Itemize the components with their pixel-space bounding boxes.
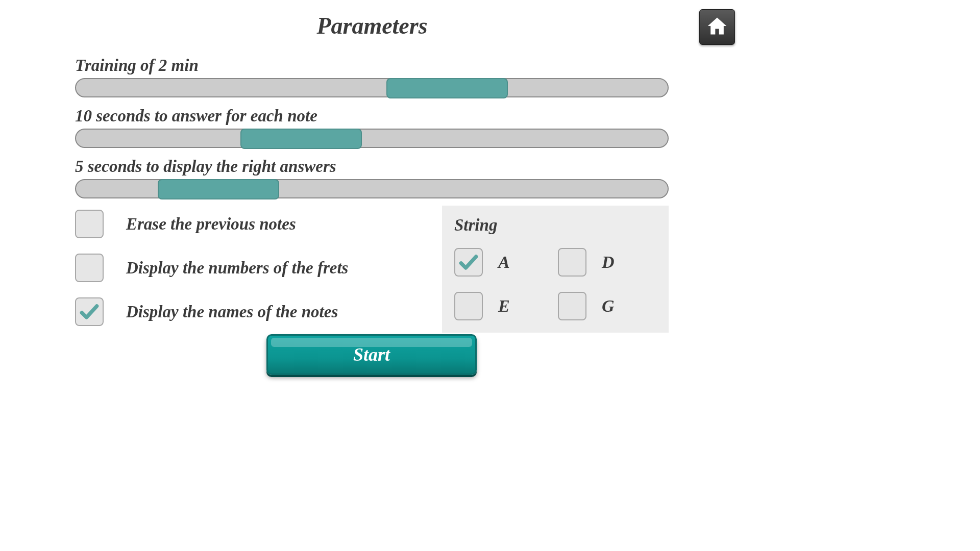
string-label: D [602,253,615,272]
string-label: A [498,253,510,272]
string-grid: A D E [454,248,656,320]
slider-thumb-training[interactable] [386,78,508,98]
string-option-d: D [558,248,656,277]
option-label: Erase the previous notes [126,215,296,234]
option-display-names: Display the names of the notes [75,297,430,326]
options-row: Erase the previous notes Display the num… [75,206,669,333]
checkbox-string-d[interactable] [558,248,586,277]
slider-thumb-display[interactable] [158,179,279,199]
string-option-g: G [558,292,656,320]
checkbox-string-g[interactable] [558,292,586,320]
option-label: Display the names of the notes [126,303,338,321]
checkbox-string-e[interactable] [454,292,483,320]
start-button[interactable]: Start [266,334,477,375]
checkbox-options: Erase the previous notes Display the num… [75,206,430,333]
check-icon [457,251,480,273]
checkbox-erase-notes[interactable] [75,210,104,238]
home-button[interactable] [699,9,735,45]
string-option-a: A [454,248,553,277]
slider-label-display: 5 seconds to display the right answers [75,157,669,176]
string-panel: String A D [442,206,669,333]
string-label: G [602,296,615,316]
string-option-e: E [454,292,553,320]
home-icon [706,15,728,39]
slider-thumb-answer[interactable] [240,129,362,149]
slider-label-training: Training of 2 min [75,56,669,75]
parameters-screen: Parameters Training of 2 min 10 seconds … [0,0,744,418]
check-icon [78,300,101,323]
option-erase-notes: Erase the previous notes [75,210,430,238]
string-panel-title: String [454,216,656,235]
page-title: Parameters [0,0,744,39]
option-label: Display the numbers of the frets [126,259,348,278]
content-area: Training of 2 min 10 seconds to answer f… [75,56,669,333]
string-label: E [498,296,510,316]
checkbox-display-names[interactable] [75,297,104,326]
slider-training[interactable] [75,78,669,97]
slider-answer-time[interactable] [75,129,669,148]
checkbox-display-frets[interactable] [75,254,104,282]
option-display-frets: Display the numbers of the frets [75,254,430,282]
checkbox-string-a[interactable] [454,248,483,277]
slider-label-answer: 10 seconds to answer for each note [75,107,669,126]
slider-display-time[interactable] [75,179,669,198]
